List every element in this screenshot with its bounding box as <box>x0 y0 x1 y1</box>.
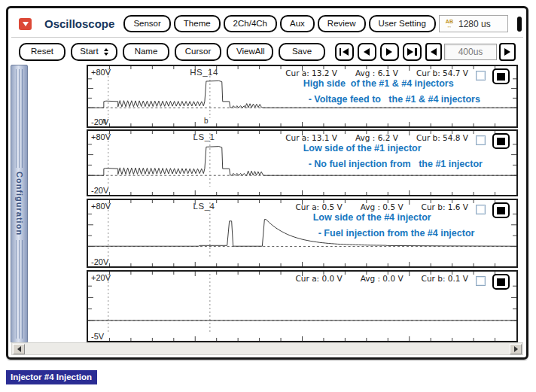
step-back-button[interactable] <box>358 43 376 61</box>
step-forward-icon <box>386 48 392 56</box>
measurement-readout: Cur a: 0.0 V Avg : 0.0 V Cur b: 0.1 V <box>296 274 468 283</box>
channel-panel-ls4: +80V -20V LS_4 Cur a: 0.5 V Avg : 0.5 V … <box>87 199 518 268</box>
timebase-decrease-button[interactable] <box>425 43 442 61</box>
right-arrow-icon <box>514 346 518 352</box>
annotation: Low side of the #1 injector - No fuel in… <box>303 143 483 169</box>
oscilloscope-window: Oscilloscope Sensor Theme 2Ch/4Ch Aux Re… <box>6 6 528 360</box>
channel-panel-4: +20V -5V Cur a: 0.0 V Avg : 0.0 V Cur b:… <box>87 270 518 342</box>
vmin-label: -20V <box>91 117 108 126</box>
cursor-a-value: Cur a: 0.0 V <box>296 274 343 283</box>
scroll-left-button[interactable] <box>13 344 25 354</box>
measurement-readout: Cur a: 13.2 V Avg : 6.1 V Cur b: 54.7 V <box>285 68 468 77</box>
step-back-icon <box>364 48 370 56</box>
right-arrow-icon <box>504 48 510 56</box>
cursor-a-value: Cur a: 13.2 V <box>285 68 337 77</box>
theme-button[interactable]: Theme <box>174 15 221 33</box>
cursor-a-value: Cur a: 13.1 V <box>285 133 337 142</box>
sensor-button[interactable]: Sensor <box>123 15 170 33</box>
avg-value: Avg : 0.0 V <box>361 274 404 283</box>
window-menu-icon[interactable] <box>517 17 522 32</box>
left-arrow-icon <box>431 48 437 56</box>
channel-name: LS_4 <box>160 202 248 211</box>
channel-color-button[interactable] <box>492 274 510 290</box>
page-title: Oscilloscope <box>44 17 114 30</box>
avg-value: Avg : 6.2 V <box>355 133 398 142</box>
groove-decoration <box>16 69 23 168</box>
vmax-label: +80V <box>91 132 111 141</box>
channel-checkbox[interactable] <box>476 276 486 286</box>
channel-panel-hs14: +80V -20V HS_14 Cur a: 13.2 V Avg : 6.1 … <box>87 65 518 128</box>
name-button[interactable]: Name <box>123 43 169 61</box>
reset-button[interactable]: Reset <box>19 43 65 61</box>
channel-color-button[interactable] <box>492 68 510 84</box>
review-button[interactable]: Review <box>318 15 366 33</box>
groove-decoration <box>16 240 23 339</box>
sidebar-tab-label: Configuration <box>15 172 24 236</box>
channel-color-button[interactable] <box>492 133 510 149</box>
top-toolbar: Oscilloscope Sensor Theme 2Ch/4Ch Aux Re… <box>11 11 523 38</box>
sidebar-tab-configuration[interactable]: Configuration <box>11 65 28 343</box>
save-button[interactable]: Save <box>279 43 325 61</box>
cursor-b-value: Cur b: 54.7 V <box>416 68 468 77</box>
svg-text:b: b <box>204 117 209 125</box>
screen: Oscilloscope Sensor Theme 2Ch/4Ch Aux Re… <box>0 0 536 392</box>
timebase-value: 400us <box>444 44 497 60</box>
cursor-button[interactable]: Cursor <box>175 43 221 61</box>
channel-checkbox[interactable] <box>476 205 486 214</box>
aux-button[interactable]: Aux <box>280 15 315 33</box>
avg-value: Avg : 0.5 V <box>361 202 404 211</box>
viewall-button[interactable]: ViewAll <box>227 43 273 61</box>
record-dropdown-icon[interactable] <box>19 18 32 30</box>
status-badge: Injector #4 Injection <box>6 370 97 384</box>
cursor-b-value: Cur b: 0.1 V <box>422 274 468 283</box>
measurement-readout: Cur a: 13.1 V Avg : 6.2 V Cur b: 54.8 V <box>285 133 468 142</box>
vmin-label: -20V <box>91 257 108 266</box>
vmin-label: -5V <box>91 332 104 341</box>
control-toolbar: Reset Start Name Cursor ViewAll Save <box>19 40 520 64</box>
cursor-a-value: Cur a: 0.5 V <box>296 202 343 211</box>
measurement-readout: Cur a: 0.5 V Avg : 0.5 V Cur b: 1.6 V <box>296 202 468 211</box>
channel-mode-button[interactable]: 2Ch/4Ch <box>224 15 277 33</box>
cursor-b-value: Cur b: 1.6 V <box>422 202 468 211</box>
vmin-label: -20V <box>91 186 108 195</box>
ab-measure-icon: AB↔ <box>446 20 453 29</box>
avg-value: Avg : 6.1 V <box>355 68 398 77</box>
timebase-selector: 400us <box>425 43 516 61</box>
step-forward-button[interactable] <box>380 43 399 61</box>
ab-time-display[interactable]: AB↔ 1280 us <box>439 15 508 32</box>
ab-time-value: 1280 us <box>458 19 491 29</box>
channel-name: HS_14 <box>160 68 248 77</box>
horizontal-scrollbar[interactable] <box>11 342 523 355</box>
scroll-right-button[interactable] <box>510 344 522 354</box>
channel-name: LS_1 <box>160 132 248 141</box>
spinner-icon <box>104 48 108 56</box>
skip-last-button[interactable] <box>403 43 422 61</box>
cursor-b-value: Cur b: 54.8 V <box>416 133 468 142</box>
left-arrow-icon <box>17 346 21 352</box>
start-label: Start <box>80 47 98 56</box>
annotation: Low side of the #4 injector - Fuel injec… <box>313 212 475 239</box>
timebase-increase-button[interactable] <box>499 43 516 61</box>
user-setting-button[interactable]: User Setting <box>369 15 436 33</box>
vmax-label: +20V <box>91 273 111 282</box>
channel-panel-ls1: +80V -20V LS_1 Cur a: 13.1 V Avg : 6.2 V… <box>87 129 518 196</box>
start-button[interactable]: Start <box>71 43 117 61</box>
vmax-label: +80V <box>91 68 111 77</box>
skip-last-icon <box>407 48 413 56</box>
vmax-label: +80V <box>91 202 111 211</box>
annotation: High side of the #1 & #4 injectors - Vol… <box>303 78 480 105</box>
skip-first-icon <box>340 48 342 56</box>
skip-first-button[interactable] <box>335 43 354 61</box>
channel-color-button[interactable] <box>492 202 510 218</box>
